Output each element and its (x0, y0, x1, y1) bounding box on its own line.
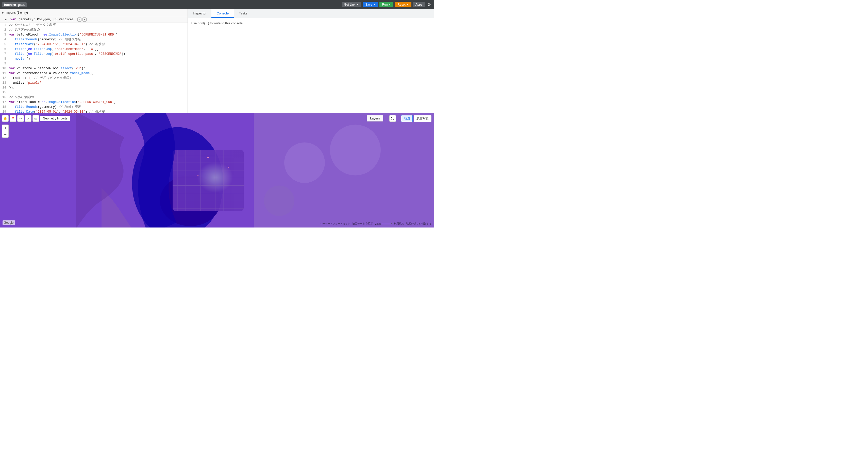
marker-tool-button[interactable]: 📍 (10, 115, 16, 122)
zoom-in-button[interactable]: + (2, 125, 9, 131)
imports-bar: ▶ Imports (1 entry) (0, 9, 188, 16)
right-panel: Inspector Console Tasks Use print(...) t… (188, 9, 434, 113)
code-line-15: 15 (0, 90, 188, 95)
fullscreen-icon: ⛶ (391, 117, 394, 121)
map-type-map-button[interactable]: 地図 (401, 115, 413, 122)
hand-tool-button[interactable]: ✋ (2, 115, 9, 122)
code-line-3: 3 var beforeFlood = ee.ImageCollection('… (0, 32, 188, 37)
gear-icon: ⚙ (427, 3, 431, 7)
map-attribution: キーボードショートカット 地図データ ©2024 2 km 利用規約 地図の誤り… (320, 222, 431, 225)
topbar: hachiro_gata Get Link ▼ Save ▼ Run ▼ Res… (0, 0, 434, 9)
zoom-controls: + − (2, 125, 9, 138)
map-type-buttons: 地図 航空写真 (401, 115, 431, 122)
reset-label: Reset (398, 3, 405, 6)
code-line-7: 7 .filter(ee.Filter.eq('orbitProperties_… (0, 52, 188, 57)
map-background (0, 113, 434, 228)
get-link-label: Get Link (344, 3, 355, 6)
code-line-1: 1 // Sentinel-1 データを取得 (0, 23, 188, 28)
map-type-satellite-button[interactable]: 航空写真 (414, 115, 431, 122)
code-line-4: 4 .filterBounds(geometry) // 地域を指定 (0, 37, 188, 42)
get-link-chevron-icon: ▼ (356, 3, 359, 6)
code-line-12: 12 radius: 1, // 半径（ピクセル単位） (0, 76, 188, 80)
report-link[interactable]: 地図の誤りを報告する (406, 222, 431, 225)
run-button[interactable]: Run ▼ (379, 2, 393, 7)
geometry-triangle-icon: ▶ (5, 18, 7, 21)
geometry-edit-icon[interactable]: ✎ (78, 18, 82, 22)
geometry-delete-icon[interactable]: ✕ (83, 18, 87, 22)
apps-label: Apps (415, 3, 422, 6)
map-section[interactable]: ✋ 📍 〜 △ ▭ Geometry Imports + (0, 113, 434, 228)
tab-inspector[interactable]: Inspector (188, 9, 211, 18)
svg-point-24 (207, 157, 209, 159)
code-line-18: 18 .filterBounds(geometry) // 地域を指定 (0, 105, 188, 109)
layers-panel[interactable]: Layers (367, 115, 383, 122)
geometry-row: ▶ var geometry: Polygon, 35 vertices ✎ ✕ (0, 16, 188, 23)
reset-button[interactable]: Reset ▼ (395, 2, 411, 7)
get-link-button[interactable]: Get Link ▼ (342, 2, 362, 7)
code-line-17: 17 var afterFlood = ee.ImageCollection('… (0, 100, 188, 105)
code-line-6: 6 .filter(ee.Filter.eq('instrumentMode',… (0, 47, 188, 52)
scale-text: 2 km (375, 222, 381, 225)
save-label: Save (365, 3, 372, 6)
reset-chevron-icon: ▼ (407, 3, 409, 6)
code-line-16: 16 // 5月の偏波VH (0, 95, 188, 100)
layers-label: Layers (370, 117, 380, 120)
save-chevron-icon: ▼ (373, 3, 376, 6)
tab-tasks[interactable]: Tasks (234, 9, 252, 18)
map-toolbar: ✋ 📍 〜 △ ▭ Geometry Imports (2, 115, 70, 122)
code-line-10: 10 var vhBefore = beforeFlood.select('VH… (0, 66, 188, 71)
geometry-imports-button[interactable]: Geometry Imports (40, 116, 70, 121)
svg-point-25 (197, 175, 198, 176)
code-area[interactable]: 1 // Sentinel-1 データを取得 2 // 3月下旬の偏波VH 3 … (0, 23, 188, 113)
google-label: Google (4, 221, 14, 224)
var-keyword: var (10, 18, 16, 21)
keyboard-shortcuts-link[interactable]: キーボードショートカット (320, 222, 350, 225)
terms-link[interactable]: 利用規約 (394, 222, 404, 225)
rectangle-tool-button[interactable]: ▭ (32, 115, 39, 122)
settings-button[interactable]: ⚙ (426, 1, 432, 8)
save-button[interactable]: Save ▼ (363, 2, 378, 7)
polygon-tool-button[interactable]: △ (25, 115, 31, 122)
geometry-imports-label: Geometry Imports (43, 117, 67, 120)
marker-icon: 📍 (11, 117, 15, 121)
svg-point-21 (284, 142, 325, 183)
main-layout: ▶ Imports (1 entry) ▶ var geometry: Poly… (0, 9, 434, 228)
rectangle-icon: ▭ (34, 117, 37, 121)
console-hint: Use print(...) to write to this console. (191, 21, 243, 25)
right-tabs: Inspector Console Tasks (188, 9, 434, 18)
code-line-8: 8 .median(); (0, 57, 188, 61)
console-content: Use print(...) to write to this console. (188, 18, 434, 113)
editor-panel: ▶ Imports (1 entry) ▶ var geometry: Poly… (0, 9, 188, 113)
code-line-2: 2 // 3月下旬の偏波VH (0, 28, 188, 32)
zoom-out-icon: − (4, 132, 6, 136)
svg-point-26 (228, 167, 229, 168)
svg-point-23 (264, 186, 294, 216)
map-data-label: 地図データ ©2024 (352, 222, 373, 225)
code-line-11: 11 var vhBeforeSmoothed = vhBefore.focal… (0, 71, 188, 76)
top-section: ▶ Imports (1 entry) ▶ var geometry: Poly… (0, 9, 434, 113)
code-line-19: 19 .filterDate('2024-05-01', '2024-05-30… (0, 109, 188, 113)
geometry-var-name: geometry: Polygon, 35 vertices (17, 18, 73, 21)
zoom-out-button[interactable]: − (2, 131, 9, 138)
code-line-13: 13 units: 'pixels' (0, 80, 188, 86)
zoom-in-icon: + (4, 126, 6, 130)
code-line-9: 9 (0, 61, 188, 66)
line-tool-button[interactable]: 〜 (17, 115, 24, 122)
polygon-icon: △ (27, 117, 29, 121)
hand-icon: ✋ (3, 117, 7, 121)
imports-triangle-icon: ▶ (2, 11, 4, 14)
svg-point-22 (330, 125, 381, 175)
map-type-satellite-label: 航空写真 (416, 117, 429, 120)
fullscreen-button[interactable]: ⛶ (389, 115, 396, 122)
imports-label: Imports (1 entry) (6, 11, 28, 14)
run-label: Run (382, 3, 388, 6)
app-title: hachiro_gata (2, 2, 27, 7)
run-chevron-icon: ▼ (389, 3, 391, 6)
code-line-5: 5 .filterDate('2024-03-15', '2024-04-01'… (0, 42, 188, 47)
scale-bar-visual (382, 223, 392, 224)
code-line-14: 14 }); (0, 86, 188, 90)
map-type-map-label: 地図 (404, 117, 410, 120)
google-logo: Google (3, 220, 15, 225)
tab-console[interactable]: Console (211, 9, 234, 18)
apps-button[interactable]: Apps (413, 2, 425, 7)
